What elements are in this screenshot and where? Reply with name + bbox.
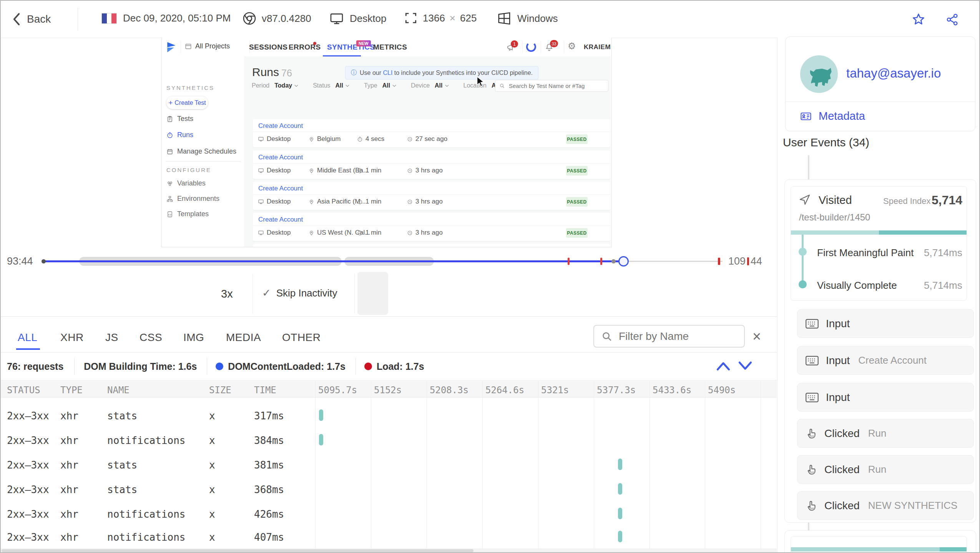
cli-banner-text: Use our CLI to include your Synthetics i… xyxy=(360,70,533,76)
sidebar-item-runs[interactable]: Runs xyxy=(166,131,193,139)
dom-building-time: DOM Building Time: 1.6s xyxy=(84,361,197,372)
tab-media[interactable]: MEDIA xyxy=(226,331,261,344)
skip-inactivity-toggle[interactable]: ✓ Skip Inactivity xyxy=(262,287,337,299)
filter-status-value[interactable]: All xyxy=(336,82,343,89)
waterfall-mark xyxy=(618,531,622,542)
tab-all[interactable]: ALL xyxy=(18,331,37,344)
tab-metrics[interactable]: METRICS xyxy=(373,43,407,51)
run-card[interactable]: Create Account Desktop Belgium 4 secs 27… xyxy=(253,119,610,147)
divider xyxy=(253,163,610,164)
cell-time: 384ms xyxy=(254,435,284,446)
visited-event-card-partial[interactable] xyxy=(791,536,967,553)
timeline-remaining[interactable] xyxy=(623,261,723,262)
close-panel-icon[interactable]: × xyxy=(752,329,761,344)
app-logo-icon xyxy=(165,41,178,53)
filter-type-value[interactable]: All xyxy=(382,82,390,89)
run-name-link[interactable]: Create Account xyxy=(258,216,303,224)
divider xyxy=(253,132,610,132)
error-marker[interactable] xyxy=(718,258,720,265)
sidebar-item-tests[interactable]: Tests xyxy=(166,115,193,123)
events-connector-line xyxy=(808,523,809,530)
waterfall-tick: 5264.6s xyxy=(485,385,524,396)
metadata-button[interactable]: Metadata xyxy=(799,110,865,123)
browser-version: v87.0.4280 xyxy=(262,13,311,25)
event-item-clicked[interactable]: Clicked Run xyxy=(797,455,974,484)
cell-type: xhr xyxy=(60,410,78,422)
speed-toggle[interactable]: 3x xyxy=(221,288,233,300)
error-marker[interactable] xyxy=(568,258,570,265)
sidebar-item-variables[interactable]: Variables xyxy=(166,179,206,187)
tab-sessions[interactable]: SESSIONS xyxy=(249,43,287,51)
event-item-clicked[interactable]: Clicked NEW SYNTHETICS xyxy=(797,491,974,520)
location-pin-icon xyxy=(309,199,314,205)
network-request-row[interactable]: 2xx–3xx xhr notifications x 426ms xyxy=(1,502,777,526)
cell-time: 381ms xyxy=(254,459,284,471)
run-card[interactable]: Create Account Desktop Canada (Central) … xyxy=(253,244,610,247)
tab-js[interactable]: JS xyxy=(105,331,118,344)
run-name-link[interactable]: Create Account xyxy=(258,154,303,161)
back-button[interactable]: Back xyxy=(12,11,51,28)
network-filter-box[interactable] xyxy=(593,325,745,348)
run-duration: 1 min xyxy=(357,198,382,205)
user-email-link[interactable]: tahay@asayer.io xyxy=(846,66,941,81)
run-name-link[interactable]: Create Account xyxy=(258,247,303,247)
end-error-tick xyxy=(747,257,749,265)
runs-search-input[interactable] xyxy=(508,82,602,89)
jump-next-icon[interactable] xyxy=(737,360,754,372)
divider xyxy=(252,274,253,314)
jump-previous-icon[interactable] xyxy=(715,360,732,372)
sidebar-item-manage-schedules[interactable]: Manage Schedules xyxy=(166,147,236,156)
run-card[interactable]: Create Account Desktop US West (N. Cal..… xyxy=(253,213,610,241)
calendar-icon xyxy=(166,148,173,155)
sidebar-item-label: Tests xyxy=(177,115,193,123)
current-time: 93:44 xyxy=(7,255,33,267)
network-request-row[interactable]: 2xx–3xx xhr stats x 381ms xyxy=(1,452,777,477)
error-marker[interactable] xyxy=(600,258,602,265)
favorite-star-icon[interactable] xyxy=(911,12,926,27)
sidebar-item-environments[interactable]: Environments xyxy=(166,195,219,203)
timeline-progress[interactable] xyxy=(43,260,623,262)
settings-gear-icon[interactable]: ⚙ xyxy=(568,41,576,51)
filter-period-value[interactable]: Today xyxy=(274,82,292,89)
tab-img[interactable]: IMG xyxy=(183,331,204,344)
filter-device-value[interactable]: All xyxy=(435,82,442,89)
cell-status: 2xx–3xx xyxy=(7,531,49,543)
cell-size: x xyxy=(209,531,215,543)
run-card[interactable]: Create Account Desktop Middle East (Ba..… xyxy=(253,151,610,179)
create-test-button[interactable]: + Create Test xyxy=(166,96,208,109)
user-events-title: User Events (34) xyxy=(783,136,869,149)
cell-name: stats xyxy=(107,459,137,471)
timeline: 93:44 109 44 xyxy=(1,251,777,272)
cli-link[interactable]: CLI xyxy=(383,70,392,76)
network-filter-input[interactable] xyxy=(618,330,735,343)
keyboard-icon xyxy=(805,355,819,366)
navigate-icon xyxy=(799,194,811,206)
tab-other[interactable]: OTHER xyxy=(282,331,321,344)
visited-event-card[interactable]: Visited Speed Index 5,714 /test-builder/… xyxy=(791,186,967,301)
event-item-input[interactable]: Input Create Account xyxy=(797,346,974,375)
run-name-link[interactable]: Create Account xyxy=(258,185,303,192)
run-name-link[interactable]: Create Account xyxy=(258,122,303,130)
waterfall-mark xyxy=(618,508,622,519)
event-item-input[interactable]: Input xyxy=(797,309,974,338)
user-menu[interactable]: KRAIEM xyxy=(584,43,611,51)
network-request-row[interactable]: 2xx–3xx xhr notifications x 384ms xyxy=(1,428,777,452)
cell-size: x xyxy=(209,435,215,446)
runs-search-box[interactable] xyxy=(495,80,608,92)
run-device: Desktop xyxy=(258,167,291,174)
run-card[interactable]: Create Account Desktop Asia Pacific (M..… xyxy=(253,182,610,210)
tab-css[interactable]: CSS xyxy=(140,331,162,344)
click-hand-icon xyxy=(805,499,817,512)
share-icon[interactable] xyxy=(945,13,960,26)
sidebar-item-templates[interactable]: Templates xyxy=(166,210,209,218)
tab-xhr[interactable]: XHR xyxy=(60,331,84,344)
network-request-row[interactable]: 2xx–3xx xhr notifications x 407ms xyxy=(1,525,777,549)
network-request-row[interactable]: 2xx–3xx xhr stats x 368ms xyxy=(1,477,777,502)
keyboard-icon xyxy=(805,392,819,403)
event-item-clicked[interactable]: Clicked Run xyxy=(797,419,974,448)
horizontal-scrollbar-thumb[interactable] xyxy=(2,549,473,552)
playhead[interactable] xyxy=(618,256,629,267)
event-item-input[interactable]: Input xyxy=(797,383,974,412)
network-request-row[interactable]: 2xx–3xx xhr stats x 317ms xyxy=(1,403,777,428)
horizontal-scrollbar-track[interactable] xyxy=(1,548,777,553)
